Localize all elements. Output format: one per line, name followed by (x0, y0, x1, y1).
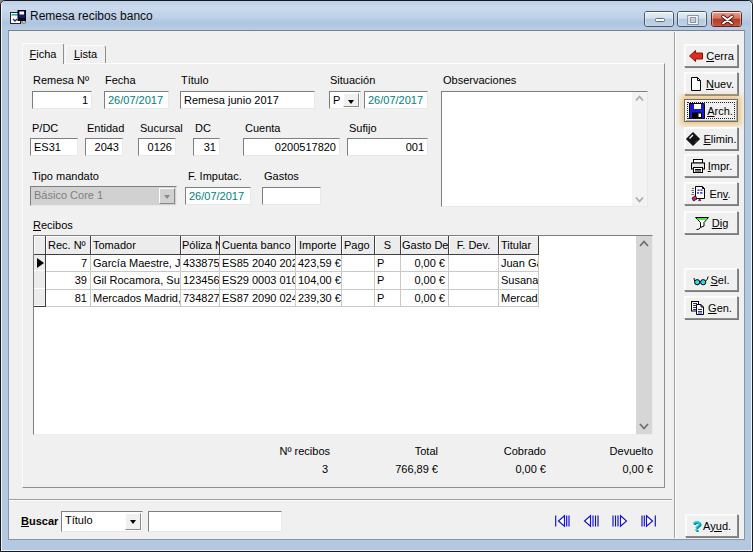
situacion-combo[interactable]: P (329, 91, 361, 109)
grid-cell-cuenta[interactable]: ES29 0003 010 (220, 272, 296, 289)
generar-button[interactable]: Gen. (684, 296, 738, 319)
sufijo-input[interactable]: 001 (347, 138, 428, 156)
scroll-down-icon[interactable] (635, 196, 644, 203)
grid-header-gasto[interactable]: Gasto Dev. (401, 236, 449, 255)
entidad-input[interactable]: 2043 (85, 138, 123, 156)
remesa-input[interactable]: 1 (32, 91, 92, 109)
titulo-input[interactable]: Remesa junio 2017 (180, 91, 315, 109)
grid-cell-titular[interactable]: Mercad (499, 290, 539, 307)
pdc-input[interactable]: ES31 (30, 138, 78, 156)
sucursal-input[interactable]: 0126 (138, 138, 176, 156)
observaciones-textarea[interactable] (441, 91, 648, 207)
f-imputac-input[interactable]: 26/07/2017 (185, 187, 251, 205)
maximize-icon (678, 12, 708, 28)
f-imputac-label: F. Imputac. (188, 170, 242, 182)
minimize-icon (645, 12, 675, 28)
close-button[interactable] (711, 11, 742, 27)
grid-cell-poliza[interactable]: 734827 (181, 290, 220, 307)
grid-cell-tomador[interactable]: García Maestre, Ju (91, 255, 181, 272)
buscar-input[interactable] (148, 511, 282, 532)
sufijo-label: Sufijo (349, 122, 377, 134)
entidad-label: Entidad (87, 122, 124, 134)
grid-cell-cuenta[interactable]: ES87 2090 024 (220, 290, 296, 307)
maximize-button[interactable] (677, 11, 707, 27)
grid-cell-gasto[interactable]: 0,00 € (401, 290, 449, 307)
grid-cell-poliza[interactable]: 123456 (181, 272, 220, 289)
grid-header-s[interactable]: S (375, 236, 401, 255)
enviar-button[interactable]: Env. (684, 182, 738, 205)
grid-header-pago[interactable]: Pago (342, 236, 375, 255)
grid-cell-rec[interactable]: 7 (46, 255, 91, 272)
cobrado-value: 0,00 € (436, 463, 546, 475)
minimize-button[interactable] (644, 11, 674, 27)
grid-header-importe[interactable]: Importe (296, 236, 342, 255)
grid-cell-gasto[interactable]: 0,00 € (401, 272, 449, 289)
grid-cell-importe[interactable]: 423,59 € (296, 255, 342, 272)
grid-cell-gasto[interactable]: 0,00 € (401, 255, 449, 272)
grid-header-poliza[interactable]: Póliza Nº (181, 236, 220, 255)
grid-cell-pago[interactable] (342, 272, 375, 289)
grid-cell-s[interactable]: P (375, 290, 401, 307)
nrecibos-value: 3 (218, 463, 328, 475)
grid-cell-s[interactable]: P (375, 272, 401, 289)
situacion-combo-arrow[interactable] (343, 93, 359, 107)
grid-cell-tomador[interactable]: Mercados Madrid, (91, 290, 181, 307)
scroll-up-icon[interactable] (639, 240, 649, 248)
grid-cell-poliza[interactable]: 433875 (181, 255, 220, 272)
grid-cell-titular[interactable]: Juan Ga (499, 255, 539, 272)
scroll-down-icon[interactable] (639, 422, 649, 430)
imprimir-button[interactable]: Impr. (684, 154, 738, 177)
grid-header-rec[interactable]: Rec. Nº (46, 236, 91, 255)
grid-row-selector[interactable] (34, 272, 45, 288)
grid-cell-tomador[interactable]: Gil Rocamora, Sus (91, 272, 181, 289)
tipo-mandato-combo-arrow (159, 188, 175, 204)
grid-cell-fdev[interactable] (449, 290, 499, 307)
grid-header-fdev[interactable]: F. Dev. (449, 236, 499, 255)
current-row-icon (37, 258, 44, 268)
cerrar-button[interactable]: Cerra (684, 44, 738, 67)
generar-button-label: Gen. (708, 302, 732, 314)
dc-input[interactable]: 31 (193, 138, 220, 156)
grid-header-tomador[interactable]: Tomador (91, 236, 181, 255)
grid-row-selector[interactable] (34, 255, 45, 271)
grid-cell-pago[interactable] (342, 255, 375, 272)
nav-last-button[interactable] (641, 514, 657, 528)
recibos-grid[interactable]: Rec. Nº Tomador Póliza Nº Cuenta banco I… (33, 235, 653, 435)
tab-ficha[interactable]: Ficha (22, 43, 64, 64)
grid-header-titular[interactable]: Titular (499, 236, 539, 255)
grid-cell-importe[interactable]: 104,00 € (296, 272, 342, 289)
grid-cell-s[interactable]: P (375, 255, 401, 272)
grid-cell-cuenta[interactable]: ES85 2040 202 (220, 255, 296, 272)
fecha-input[interactable]: 26/07/2017 (104, 91, 169, 109)
cuenta-input[interactable]: 0200517820 (243, 138, 340, 156)
seleccionar-button[interactable]: Sel. (684, 268, 738, 291)
grid-header-cuenta[interactable]: Cuenta banco (220, 236, 296, 255)
grid-cell-pago[interactable] (342, 290, 375, 307)
situacion-date-input[interactable]: 26/07/2017 (364, 91, 428, 109)
buscar-combo-arrow[interactable] (125, 513, 141, 530)
ayuda-button[interactable]: ? Ayud. (685, 514, 738, 537)
nav-next-button[interactable] (612, 514, 628, 528)
titlebar[interactable]: Remesa recibos banco (1, 1, 752, 30)
digitalizar-button[interactable]: Dig (684, 211, 738, 234)
grid-cell-fdev[interactable] (449, 272, 499, 289)
grid-scrollbar[interactable] (636, 236, 652, 434)
grid-cell-rec[interactable]: 39 (46, 272, 91, 289)
grid-cell-fdev[interactable] (449, 255, 499, 272)
nav-first-button[interactable] (554, 514, 570, 528)
grid-cell-titular[interactable]: Susana (499, 272, 539, 289)
grid-row-selector[interactable] (34, 290, 45, 306)
observaciones-scrollbar[interactable] (632, 92, 647, 206)
grid-cell-rec[interactable]: 81 (46, 290, 91, 307)
nav-previous-button[interactable] (583, 514, 599, 528)
archivar-button[interactable]: Arch. (684, 99, 738, 122)
nuevo-button[interactable]: Nuev. (684, 72, 738, 95)
buscar-field-combo[interactable]: Título (61, 511, 143, 532)
observaciones-label: Observaciones (443, 74, 516, 86)
eliminar-button[interactable]: Elimin. (684, 127, 738, 150)
grid-cell-importe[interactable]: 239,30 € (296, 290, 342, 307)
copy-documents-icon (690, 300, 706, 316)
gastos-input[interactable] (262, 187, 321, 205)
scroll-up-icon[interactable] (635, 95, 644, 102)
tab-lista[interactable]: Lista (65, 45, 106, 63)
